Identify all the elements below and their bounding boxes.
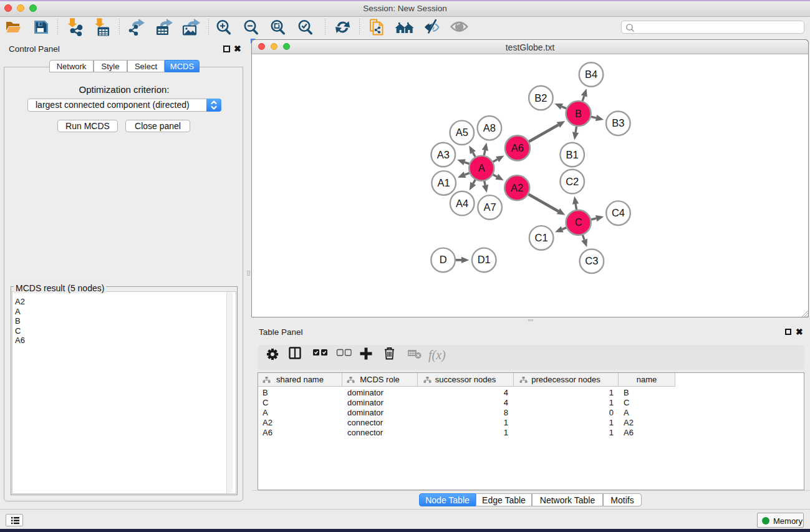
svg-text:A2: A2	[511, 182, 523, 193]
svg-text:B4: B4	[585, 69, 597, 80]
svg-text:B: B	[575, 108, 582, 119]
svg-text:C: C	[575, 216, 582, 228]
svg-text:C1: C1	[535, 232, 548, 243]
svg-text:B3: B3	[612, 117, 624, 128]
svg-text:A4: A4	[456, 198, 468, 209]
svg-text:B2: B2	[534, 92, 547, 104]
svg-text:A7: A7	[484, 201, 496, 213]
svg-text:D1: D1	[478, 254, 491, 265]
svg-text:A6: A6	[511, 142, 524, 153]
svg-text:A8: A8	[483, 122, 496, 133]
svg-text:A3: A3	[437, 149, 450, 160]
svg-text:D: D	[440, 254, 447, 265]
svg-text:C2: C2	[566, 176, 579, 187]
svg-text:A1: A1	[438, 177, 450, 188]
svg-text:B1: B1	[566, 149, 579, 160]
svg-text:C4: C4	[612, 207, 625, 218]
svg-text:A5: A5	[456, 127, 468, 138]
svg-text:A: A	[478, 162, 485, 173]
svg-text:C3: C3	[585, 255, 598, 266]
